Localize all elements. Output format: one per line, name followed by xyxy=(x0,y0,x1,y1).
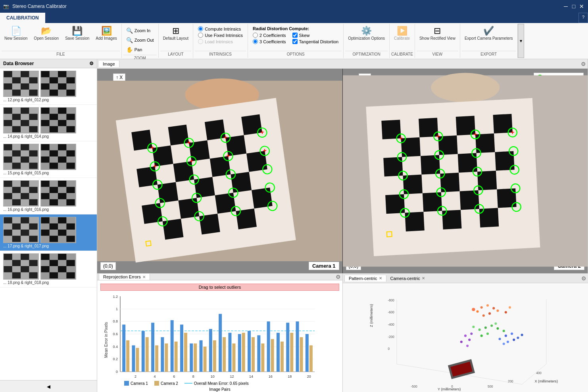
compute-intrinsics-radio[interactable] xyxy=(198,26,203,31)
zoom-out-icon: 🔍 xyxy=(126,37,133,43)
svg-rect-21 xyxy=(12,114,21,120)
maximize-button[interactable]: □ xyxy=(571,3,577,10)
image-panel-settings-icon[interactable]: ⚙ xyxy=(581,61,586,67)
reprojection-tab-close[interactable]: ✕ xyxy=(142,275,146,279)
svg-rect-64 xyxy=(41,181,49,187)
default-layout-button[interactable]: ⊞ Default Layout xyxy=(160,25,192,43)
minimize-button[interactable]: ─ xyxy=(563,3,569,10)
svg-point-262 xyxy=(486,304,489,307)
compute-intrinsics-option[interactable]: Compute Intrinsics xyxy=(198,26,243,31)
svg-point-274 xyxy=(496,327,499,330)
ribbon-content: 📄 New Session 📂 Open Session 💾 Save Sess… xyxy=(0,23,588,59)
add-images-button[interactable]: 🖼️ Add Images xyxy=(93,25,119,43)
close-button[interactable]: ✕ xyxy=(578,3,585,10)
svg-rect-59 xyxy=(4,193,12,199)
sidebar-scroll-bottom[interactable]: ◂ xyxy=(0,380,97,392)
calibration-tab[interactable]: CALIBRATION xyxy=(0,13,45,23)
svg-rect-23 xyxy=(4,120,12,126)
svg-text:1: 1 xyxy=(116,307,118,311)
svg-rect-83 xyxy=(58,217,66,224)
svg-rect-6 xyxy=(21,83,29,90)
svg-rect-48 xyxy=(50,151,58,157)
svg-rect-91 xyxy=(4,254,12,260)
svg-text:0.4: 0.4 xyxy=(113,345,118,349)
coeff3-radio[interactable] xyxy=(253,39,258,44)
new-session-icon: 📄 xyxy=(11,27,21,35)
svg-point-272 xyxy=(490,324,493,327)
bar-camera2-4 xyxy=(165,344,168,372)
svg-rect-41 xyxy=(4,156,12,163)
zoom-out-label: Zoom Out xyxy=(135,38,154,42)
bar-camera2-19 xyxy=(309,346,313,372)
svg-rect-73 xyxy=(4,217,12,224)
main-layout: Data Browser ⚙ ... 12.png & right_012.pn… xyxy=(0,59,588,392)
use-fixed-intrinsics-label: Use Fixed Intrinsics xyxy=(205,33,243,38)
sidebar-item-4[interactable]: ... 17.png & right_017.png xyxy=(0,214,97,251)
pan-button[interactable]: ✋ Pan xyxy=(123,45,157,54)
open-session-button[interactable]: 📂 Open Session xyxy=(31,25,61,43)
tangential-checkbox[interactable] xyxy=(292,39,298,44)
zoom-out-button[interactable]: 🔍 Zoom Out xyxy=(123,36,157,44)
svg-rect-87 xyxy=(58,230,66,236)
bar-camera2-8 xyxy=(204,347,207,372)
svg-rect-177 xyxy=(383,157,403,176)
zoom-in-button[interactable]: 🔍 Zoom In xyxy=(123,26,157,35)
bar-camera2-16 xyxy=(281,342,284,372)
sidebar-item-3[interactable]: ... 16.png & right_016.png xyxy=(0,178,97,214)
skew-checkbox[interactable] xyxy=(292,33,298,38)
svg-rect-133 xyxy=(236,209,257,230)
use-fixed-intrinsics-radio[interactable] xyxy=(198,33,203,38)
svg-rect-46 xyxy=(41,144,49,151)
coeff2-option[interactable]: 2 Coefficients xyxy=(253,33,286,38)
camera-centric-tab[interactable]: Camera-centric ✕ xyxy=(386,275,429,282)
sidebar-item-5[interactable]: ... 18.png & right_018.png xyxy=(0,251,97,288)
camera-centric-close[interactable]: ✕ xyxy=(422,276,425,280)
svg-rect-103 xyxy=(66,260,75,266)
sidebar-item-0[interactable]: ... 12.png & right_012.png xyxy=(0,68,97,105)
calibrate-group-items: ▶️ Calibrate xyxy=(391,25,413,50)
svg-rect-183 xyxy=(477,171,497,190)
save-session-button[interactable]: 💾 Save Session xyxy=(62,25,92,43)
svg-rect-184 xyxy=(385,194,405,214)
skew-option[interactable]: Skew xyxy=(292,33,339,38)
sidebar-item-2[interactable]: ... 15.png & right_015.png xyxy=(0,141,97,178)
pattern-settings-icon[interactable]: ⚙ xyxy=(581,275,586,282)
legend-camera2: Camera 2 xyxy=(154,381,178,386)
ribbon-scroll-right[interactable]: ▾ xyxy=(518,24,524,58)
svg-point-271 xyxy=(484,326,487,329)
legend-mean-error: Overall Mean Error: 0.65 pixels xyxy=(184,381,249,386)
pattern-centric-close[interactable]: ✕ xyxy=(379,276,382,280)
svg-text:+: + xyxy=(473,130,477,137)
use-fixed-intrinsics-option[interactable]: Use Fixed Intrinsics xyxy=(198,33,243,38)
svg-rect-77 xyxy=(4,230,12,236)
reprojection-tab[interactable]: Reprojection Errors ✕ xyxy=(99,274,150,280)
coeff2-radio[interactable] xyxy=(253,33,258,38)
tangential-option[interactable]: Tangential Distortion xyxy=(292,39,339,44)
help-button[interactable]: ? xyxy=(578,13,588,23)
svg-point-281 xyxy=(511,332,513,335)
sidebar-settings-icon[interactable]: ⚙ xyxy=(89,61,94,66)
svg-rect-79 xyxy=(12,236,21,242)
intrinsics-group: Compute Intrinsics Use Fixed Intrinsics … xyxy=(193,24,248,58)
sidebar-item-1[interactable]: ... 14.png & right_014.png xyxy=(0,105,97,141)
show-rectified-button[interactable]: ⊟ Show Rectified View xyxy=(417,25,458,43)
optimization-label: Optimization Options xyxy=(348,36,385,41)
load-intrinsics-option[interactable]: Load Intrinsics xyxy=(198,39,243,44)
optimization-group-label: OPTIMIZATION xyxy=(345,51,388,57)
calibrate-button[interactable]: ▶️ Calibrate xyxy=(391,25,413,43)
svg-rect-96 xyxy=(21,266,29,272)
ribbon: CALIBRATION ? 📄 New Session 📂 Open Sessi… xyxy=(0,13,588,59)
coeff3-label: 3 Coefficients xyxy=(259,39,286,44)
image-tab[interactable]: Image xyxy=(99,61,119,67)
view-group: ⊟ Show Rectified View VIEW xyxy=(415,24,460,58)
svg-text:-800: -800 xyxy=(388,299,394,302)
export-params-button[interactable]: ✔️ Export Camera Parameters xyxy=(462,25,516,43)
reprojection-settings-icon[interactable]: ⚙ xyxy=(336,274,341,280)
pan-label: Pan xyxy=(135,47,142,52)
file-group: 📄 New Session 📂 Open Session 💾 Save Sess… xyxy=(0,24,122,58)
new-session-button[interactable]: 📄 New Session xyxy=(2,25,30,43)
coeff3-option[interactable]: 3 Coefficients xyxy=(253,39,286,44)
optimization-options-button[interactable]: ⚙️ Optimization Options xyxy=(345,25,388,43)
svg-rect-74 xyxy=(21,217,29,224)
pattern-centric-tab[interactable]: Pattern-centric ✕ xyxy=(344,275,386,282)
